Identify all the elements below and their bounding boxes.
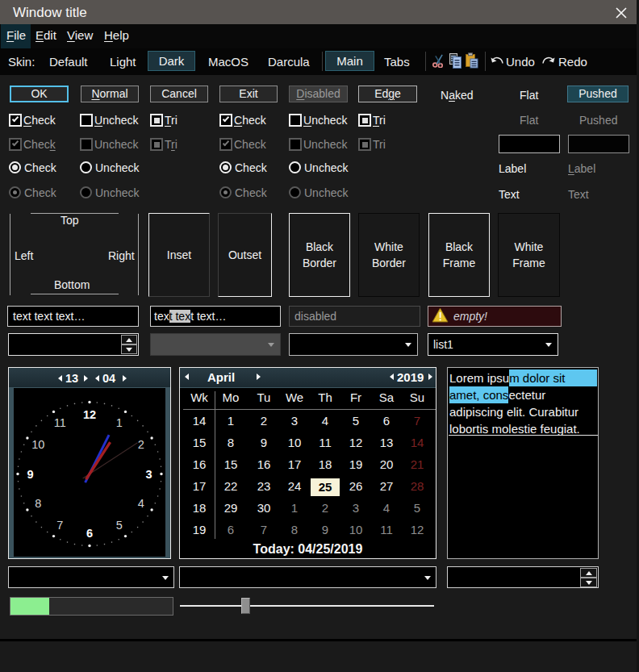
svg-text:1: 1 [115,415,122,428]
svg-text:6: 6 [86,527,92,540]
svg-text:11: 11 [53,415,65,428]
svg-text:12: 12 [82,408,95,421]
svg-text:9: 9 [27,467,33,480]
svg-text:10: 10 [31,437,44,450]
svg-text:8: 8 [35,497,41,510]
svg-text:5: 5 [115,519,122,532]
svg-text:4: 4 [137,497,144,510]
svg-text:2: 2 [137,437,144,450]
svg-text:3: 3 [145,467,152,480]
svg-text:7: 7 [56,519,63,532]
